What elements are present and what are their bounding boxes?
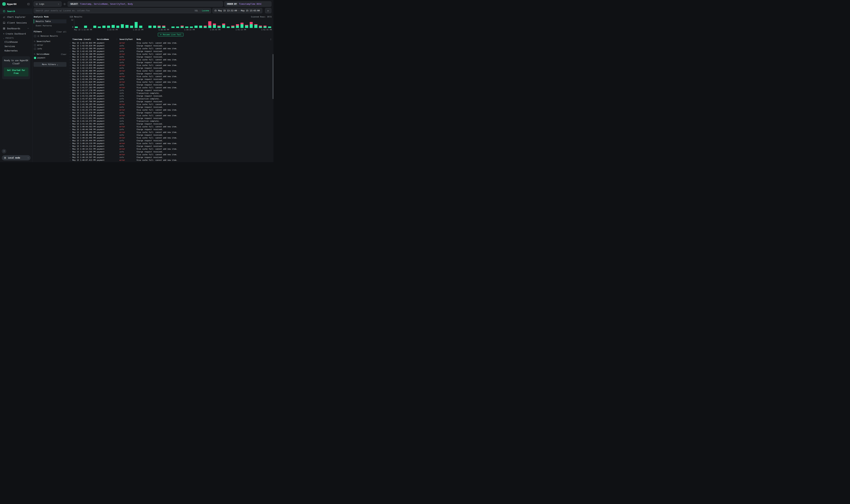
table-row[interactable]: ›May 15 1:42:50.843 PMpaymenterrorVisa c… xyxy=(70,41,272,44)
table-options-icon[interactable]: ⋮ xyxy=(269,38,272,40)
table-row[interactable]: ›May 15 1:41:57.183 PMpaymenterrorVisa c… xyxy=(70,86,272,89)
row-expand-icon[interactable]: › xyxy=(70,47,72,50)
table-row[interactable]: ›May 15 1:41:47.823 PMpaymentinfoTransac… xyxy=(70,97,272,100)
table-row[interactable]: ›May 15 1:41:53.274 PMpaymentinfoTransac… xyxy=(70,92,272,94)
row-expand-icon[interactable]: › xyxy=(70,108,72,111)
table-row[interactable]: ›May 15 1:40:14.505 PMpaymentinfoCharge … xyxy=(70,150,272,153)
table-row[interactable]: ›May 15 1:41:25.373 PMpaymenterrorVisa c… xyxy=(70,108,272,111)
vertical-scrollbar[interactable] xyxy=(273,54,273,99)
facet-option-payment[interactable]: ✓ payment xyxy=(34,56,67,60)
sql-mode-button[interactable]: SQL xyxy=(195,10,198,12)
row-expand-icon[interactable]: › xyxy=(70,111,72,114)
source-select[interactable]: Logs xyxy=(34,1,61,7)
column-separator[interactable]: ⋮ xyxy=(116,38,118,40)
facet-option-error[interactable]: error xyxy=(34,43,67,47)
sidebar-item-dashboards[interactable]: Dashboards xyxy=(0,25,32,31)
sidebar-item-services[interactable]: Services xyxy=(0,44,32,49)
row-expand-icon[interactable]: › xyxy=(70,67,72,69)
table-row[interactable]: ›May 15 1:40:26.445 PMpaymenterrorVisa c… xyxy=(70,137,272,139)
chevron-up-icon[interactable] xyxy=(27,27,30,30)
sidebar-item-client-sessions[interactable]: Client Sessions xyxy=(0,20,32,25)
table-row[interactable]: ›May 15 1:40:24.214 PMpaymentinfoCharge … xyxy=(70,145,272,147)
create-dashboard-button[interactable]: + Create Dashboard xyxy=(0,31,32,36)
row-expand-icon[interactable]: › xyxy=(70,137,72,139)
row-expand-icon[interactable]: › xyxy=(70,122,72,125)
row-expand-icon[interactable]: › xyxy=(70,80,72,83)
table-row[interactable]: ›May 15 1:42:43.336 PMpaymentinfoCharge … xyxy=(70,50,272,53)
table-row[interactable]: ›May 15 1:41:21.678 PMpaymenterrorVisa c… xyxy=(70,114,272,117)
row-expand-icon[interactable]: › xyxy=(70,128,72,131)
table-row[interactable]: ›May 15 1:42:13.019 PMpaymentinfoCharge … xyxy=(70,67,272,69)
checkbox[interactable] xyxy=(34,35,36,37)
denoise-checkbox-row[interactable]: Denoise Results xyxy=(34,34,67,38)
row-expand-icon[interactable]: › xyxy=(70,114,72,117)
row-expand-icon[interactable]: › xyxy=(70,55,72,58)
table-row[interactable]: ›May 15 1:41:57.178 PMpaymentinfoCharge … xyxy=(70,89,272,92)
table-row[interactable]: ›May 15 1:41:30.283 PMpaymenterrorVisa c… xyxy=(70,103,272,106)
row-expand-icon[interactable]: › xyxy=(70,61,72,64)
help-icon[interactable]: ? xyxy=(2,149,6,154)
row-expand-icon[interactable]: › xyxy=(70,69,72,72)
resume-live-tail-button[interactable]: Resume Live Tail xyxy=(158,33,183,36)
row-expand-icon[interactable]: › xyxy=(70,100,72,103)
table-row[interactable]: ›May 15 1:40:38.462 PMpaymentinfoCharge … xyxy=(70,133,272,137)
column-separator[interactable]: ⋮ xyxy=(93,38,95,40)
row-expand-icon[interactable]: › xyxy=(70,94,72,97)
table-row[interactable]: ›May 15 1:40:38.466 PMpaymenterrorVisa c… xyxy=(70,131,272,133)
search-icon[interactable] xyxy=(34,40,36,42)
table-row[interactable]: ›May 15 1:41:21.652 PMpaymentinfoCharge … xyxy=(70,117,272,120)
table-row[interactable]: ›May 15 1:40:14.511 PMpaymenterrorVisa c… xyxy=(70,147,272,150)
more-filters-button[interactable]: More filters ⌄ xyxy=(34,62,67,67)
lucene-mode-button[interactable]: Lucene xyxy=(202,10,209,12)
row-expand-icon[interactable]: › xyxy=(70,58,72,61)
row-expand-icon[interactable]: › xyxy=(70,156,72,159)
row-expand-icon[interactable]: › xyxy=(70,150,72,153)
results-histogram[interactable]: 12 0 xyxy=(70,19,272,28)
table-row[interactable]: ›May 15 1:42:05.460 PMpaymenterrorVisa c… xyxy=(70,69,272,72)
local-mode-menu[interactable]: U Local mode › xyxy=(2,155,31,160)
row-expand-icon[interactable]: › xyxy=(70,97,72,100)
row-expand-icon[interactable]: › xyxy=(70,50,72,53)
row-expand-icon[interactable]: › xyxy=(70,53,72,55)
row-expand-icon[interactable]: › xyxy=(70,159,72,161)
row-expand-icon[interactable]: › xyxy=(70,75,72,78)
table-row[interactable]: ›May 15 1:42:13.055 PMpaymenterrorVisa c… xyxy=(70,64,272,67)
search-icon[interactable] xyxy=(34,53,36,55)
row-expand-icon[interactable]: › xyxy=(70,89,72,92)
column-header-severitytext[interactable]: SeverityText ⋮ xyxy=(120,38,137,40)
row-expand-icon[interactable]: › xyxy=(70,106,72,108)
checkbox-checked[interactable]: ✓ xyxy=(34,57,36,59)
row-expand-icon[interactable]: › xyxy=(70,78,72,80)
row-expand-icon[interactable]: › xyxy=(70,83,72,86)
table-row[interactable]: ›May 15 1:42:27.131 PMpaymenterrorVisa c… xyxy=(70,58,272,61)
table-row[interactable]: ›May 15 1:40:24.219 PMpaymenterrorVisa c… xyxy=(70,142,272,145)
sidebar-item-search[interactable]: Search xyxy=(0,8,32,14)
sidebar-collapse-icon[interactable] xyxy=(27,3,30,5)
table-row[interactable]: ›May 15 1:42:01.814 PMpaymentinfoCharge … xyxy=(70,83,272,86)
mode-results-table[interactable]: Results Table xyxy=(34,19,67,23)
clear-all-button[interactable]: Clear all xyxy=(56,31,67,33)
checkbox[interactable] xyxy=(34,44,36,46)
mode-event-patterns[interactable]: Event Patterns xyxy=(34,24,67,28)
table-row[interactable]: ›May 15 1:40:26.444 PMpaymentinfoCharge … xyxy=(70,139,272,142)
table-row[interactable]: ›May 15 1:42:36.188 PMpaymenterrorVisa c… xyxy=(70,53,272,55)
presets-toggle[interactable]: ⌄ PRESETS xyxy=(0,36,32,40)
table-row[interactable]: ›May 15 1:42:43.360 PMpaymenterrorVisa c… xyxy=(70,47,272,50)
row-expand-icon[interactable]: › xyxy=(70,92,72,94)
table-row[interactable]: ›May 15 1:40:10.597 PMpaymentinfoCharge … xyxy=(70,156,272,159)
search-input[interactable] xyxy=(36,10,193,12)
histogram-bars[interactable] xyxy=(74,19,272,28)
sidebar-item-kubernetes[interactable]: Kubernetes xyxy=(0,49,32,53)
select-expression-input[interactable]: SELECT Timestamp, ServiceName, SeverityT… xyxy=(68,1,223,7)
row-expand-icon[interactable]: › xyxy=(70,44,72,47)
facet-option-info[interactable]: info xyxy=(34,47,67,51)
column-header-servicename[interactable]: ServiceName ⋮ xyxy=(97,38,120,40)
row-expand-icon[interactable]: › xyxy=(70,153,72,156)
table-row[interactable]: ›May 15 1:42:36.184 PMpaymentinfoCharge … xyxy=(70,55,272,58)
table-row[interactable]: ›May 15 1:41:25.370 PMpaymentinfoCharge … xyxy=(70,111,272,114)
table-row[interactable]: ›May 15 1:41:30.275 PMpaymentinfoCharge … xyxy=(70,106,272,108)
table-row[interactable]: ›May 15 1:42:04.376 PMpaymentinfoCharge … xyxy=(70,78,272,80)
row-expand-icon[interactable]: › xyxy=(70,139,72,142)
table-row[interactable]: ›May 15 1:41:14.361 PMpaymentinfoCharge … xyxy=(70,122,272,125)
table-row[interactable]: ›May 15 1:42:26.920 PMpaymentinfoCharge … xyxy=(70,61,272,64)
